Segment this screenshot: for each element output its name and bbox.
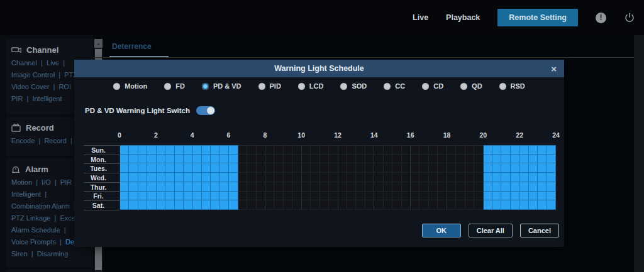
schedule-cell[interactable] <box>411 200 419 210</box>
schedule-cell[interactable] <box>511 192 519 201</box>
schedule-cell[interactable] <box>220 182 229 192</box>
schedule-cell[interactable] <box>501 200 510 210</box>
schedule-cell[interactable] <box>501 192 510 201</box>
schedule-cell[interactable] <box>120 155 129 164</box>
schedule-cell[interactable] <box>538 155 547 164</box>
schedule-cell[interactable] <box>157 200 165 210</box>
schedule-cell[interactable] <box>311 173 319 182</box>
schedule-cell[interactable] <box>311 145 319 155</box>
schedule-cell[interactable] <box>392 200 401 210</box>
schedule-cell[interactable] <box>165 200 174 210</box>
schedule-cell[interactable] <box>320 145 329 155</box>
schedule-cell[interactable] <box>320 163 329 173</box>
schedule-cell[interactable] <box>529 200 538 210</box>
schedule-cell[interactable] <box>465 173 474 182</box>
schedule-cell[interactable] <box>384 163 392 173</box>
schedule-cell[interactable] <box>238 182 247 192</box>
schedule-cell[interactable] <box>247 182 256 192</box>
schedule-cell[interactable] <box>384 173 392 182</box>
schedule-cell[interactable] <box>284 163 292 173</box>
schedule-cell[interactable] <box>157 145 165 155</box>
arrow-up-icon[interactable]: ▲ <box>94 39 103 48</box>
schedule-cell[interactable] <box>220 173 229 182</box>
schedule-cell[interactable] <box>129 155 138 164</box>
schedule-cell[interactable] <box>129 145 138 155</box>
schedule-cell[interactable] <box>447 145 456 155</box>
schedule-cell[interactable] <box>247 173 256 182</box>
schedule-cell[interactable] <box>220 200 229 210</box>
schedule-cell[interactable] <box>247 200 256 210</box>
schedule-cell[interactable] <box>347 173 356 182</box>
schedule-cell[interactable] <box>320 182 329 192</box>
schedule-cell[interactable] <box>211 163 219 173</box>
schedule-cell[interactable] <box>292 155 301 164</box>
schedule-cell[interactable] <box>302 145 311 155</box>
schedule-cell[interactable] <box>165 155 174 164</box>
schedule-cell[interactable] <box>175 155 184 164</box>
schedule-cell[interactable] <box>184 173 192 182</box>
power-icon[interactable] <box>624 12 635 23</box>
schedule-cell[interactable] <box>165 182 174 192</box>
schedule-cell[interactable] <box>284 145 292 155</box>
schedule-cell[interactable] <box>211 173 219 182</box>
schedule-cell[interactable] <box>347 145 356 155</box>
schedule-cell[interactable] <box>347 163 356 173</box>
schedule-cell[interactable] <box>511 155 519 164</box>
schedule-cell[interactable] <box>147 173 156 182</box>
schedule-cell[interactable] <box>265 192 274 201</box>
schedule-cell[interactable] <box>519 182 528 192</box>
radio-pd-vd[interactable]: PD & VD <box>202 82 242 90</box>
schedule-cell[interactable] <box>138 163 147 173</box>
schedule-cell[interactable] <box>419 200 428 210</box>
schedule-cell[interactable] <box>211 192 219 201</box>
schedule-cell[interactable] <box>538 145 547 155</box>
radio-cc[interactable]: CC <box>384 82 405 90</box>
schedule-cell[interactable] <box>384 182 392 192</box>
schedule-cell[interactable] <box>547 145 556 155</box>
schedule-cell[interactable] <box>447 200 456 210</box>
schedule-cell[interactable] <box>184 192 192 201</box>
schedule-cell[interactable] <box>302 155 311 164</box>
schedule-cell[interactable] <box>147 155 156 164</box>
schedule-cell[interactable] <box>147 192 156 201</box>
schedule-cell[interactable] <box>484 163 492 173</box>
schedule-cell[interactable] <box>229 173 238 182</box>
schedule-cell[interactable] <box>365 192 374 201</box>
schedule-cell[interactable] <box>147 145 156 155</box>
schedule-cell[interactable] <box>338 200 347 210</box>
schedule-cell[interactable] <box>202 173 211 182</box>
schedule-cell[interactable] <box>402 182 411 192</box>
schedule-cell[interactable] <box>511 173 519 182</box>
schedule-cell[interactable] <box>229 182 238 192</box>
schedule-cell[interactable] <box>184 163 192 173</box>
schedule-cell[interactable] <box>438 200 447 210</box>
schedule-cell[interactable] <box>175 173 184 182</box>
schedule-cell[interactable] <box>347 155 356 164</box>
schedule-cell[interactable] <box>392 192 401 201</box>
schedule-cell[interactable] <box>292 163 301 173</box>
schedule-cell[interactable] <box>284 182 292 192</box>
schedule-cell[interactable] <box>447 173 456 182</box>
sidebar-item-siren-disarming[interactable]: Siren | Disarming <box>6 248 93 260</box>
radio-lcd[interactable]: LCD <box>298 82 324 90</box>
schedule-cell[interactable] <box>365 173 374 182</box>
schedule-cell[interactable] <box>392 145 401 155</box>
schedule-cell[interactable] <box>347 192 356 201</box>
schedule-cell[interactable] <box>302 182 311 192</box>
schedule-cell[interactable] <box>292 173 301 182</box>
schedule-cell[interactable] <box>529 192 538 201</box>
schedule-cell[interactable] <box>147 200 156 210</box>
schedule-cell[interactable] <box>157 192 165 201</box>
schedule-cell[interactable] <box>501 173 510 182</box>
schedule-cell[interactable] <box>284 200 292 210</box>
schedule-cell[interactable] <box>247 155 256 164</box>
schedule-cell[interactable] <box>392 155 401 164</box>
schedule-cell[interactable] <box>519 145 528 155</box>
schedule-cell[interactable] <box>365 155 374 164</box>
schedule-cell[interactable] <box>202 182 211 192</box>
schedule-cell[interactable] <box>411 192 419 201</box>
schedule-cell[interactable] <box>175 163 184 173</box>
schedule-cell[interactable] <box>302 200 311 210</box>
schedule-cell[interactable] <box>402 155 411 164</box>
schedule-cell[interactable] <box>120 163 129 173</box>
